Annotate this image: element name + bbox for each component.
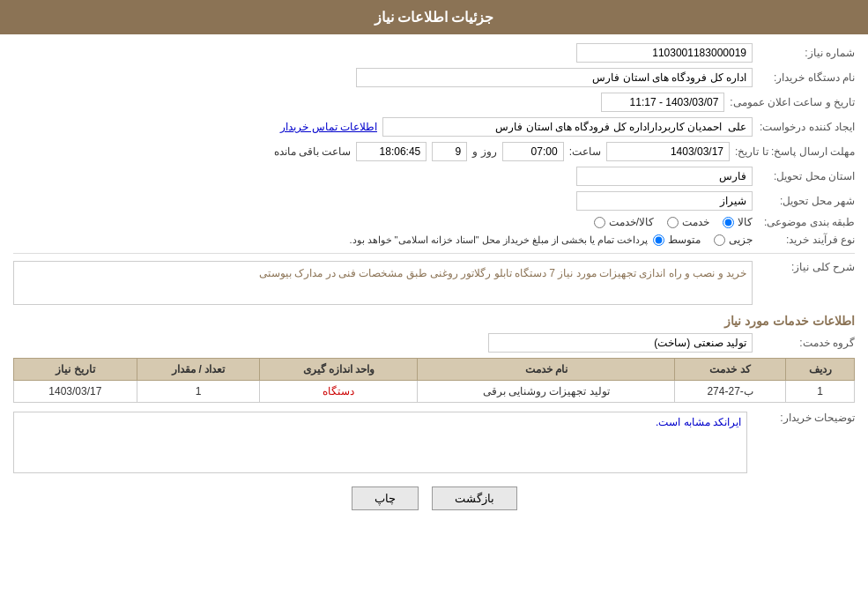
process-jozi-radio[interactable] [714,234,725,246]
announcement-input[interactable] [601,93,724,112]
deadline-remaining-input[interactable] [356,142,427,161]
footer-buttons: بازگشت چاپ [13,486,855,510]
deadline-row: مهلت ارسال پاسخ: تا تاریخ: ساعت: روز و س… [13,142,855,161]
deadline-days-input[interactable] [432,142,467,161]
deadline-label: مهلت ارسال پاسخ: تا تاریخ: [735,145,855,158]
subject-khedmat-radio[interactable] [667,217,679,228]
process-motavasset-item: متوسط [653,234,701,246]
subject-radio-group: کالا خدمت کالا/خدمت [594,216,753,228]
separator-1 [13,253,855,254]
subject-row: طبقه بندی موضوعی: کالا خدمت کالا/خدمت [13,216,855,228]
services-info-title: اطلاعات خدمات مورد نیاز [13,314,855,328]
subject-kala-item: کالا [723,216,753,228]
page-wrapper: جزئیات اطلاعات نیاز شماره نیاز: نام دستگ… [0,0,868,609]
process-radio-group: جزیی متوسط [653,234,753,246]
process-row: نوع فرآیند خرید: جزیی متوسط پرداخت تمام … [13,234,855,246]
process-label: نوع فرآیند خرید: [758,234,855,246]
deadline-time-label: ساعت: [569,145,601,158]
buyer-org-row: نام دستگاه خریدار: [13,68,855,87]
buyer-org-input[interactable] [356,68,753,87]
group-service-input[interactable] [488,333,753,353]
city-label: شهر محل تحویل: [758,195,855,207]
process-motavasset-radio[interactable] [653,234,664,246]
col-service-code: کد خدمت [675,359,786,381]
page-title: جزئیات اطلاعات نیاز [375,10,494,25]
announcement-row: تاریخ و ساعت اعلان عمومی: [13,93,855,112]
need-desc-label: شرح کلی نیاز: [758,261,855,273]
back-button[interactable]: بازگشت [432,486,517,510]
col-quantity: تعداد / مقدار [137,359,260,381]
subject-kala-label: کالا [738,216,753,228]
subject-khedmat-label: خدمت [682,216,709,228]
page-header: جزئیات اطلاعات نیاز [0,0,868,34]
col-rownum: ردیف [786,359,855,381]
subject-khedmat-item: خدمت [667,216,709,228]
buyer-desc-row: توضیحات خریدار: ایرانکد مشابه است. [13,412,855,473]
deadline-date-input[interactable] [606,142,730,161]
col-unit: واحد اندازه گیری [260,359,418,381]
announcement-label: تاریخ و ساعت اعلان عمومی: [730,96,855,108]
requester-row: ایجاد کننده درخواست: اطلاعات تماس خریدار [13,117,855,137]
province-row: استان محل تحویل: [13,167,855,186]
main-content: شماره نیاز: نام دستگاه خریدار: تاریخ و س… [0,34,868,532]
col-date: تاریخ نیاز [14,359,137,381]
buyer-desc-label: توضیحات خریدار: [758,412,855,424]
need-number-row: شماره نیاز: [13,43,855,63]
buyer-desc-box: ایرانکد مشابه است. [13,412,747,473]
need-desc-row: شرح کلی نیاز: خرید و نصب و راه اندازی تج… [13,261,855,305]
subject-kala-radio[interactable] [723,217,734,228]
process-motavasset-label: متوسط [668,234,701,246]
subject-kala-khedmat-item: کالا/خدمت [594,216,654,228]
group-service-label: گروه خدمت: [758,337,855,349]
print-button[interactable]: چاپ [352,486,419,510]
need-desc-box: خرید و نصب و راه اندازی تجهیزات مورد نیا… [13,261,753,305]
subject-label: طبقه بندی موضوعی: [758,216,855,228]
need-number-label: شماره نیاز: [758,47,855,59]
city-row: شهر محل تحویل: [13,191,855,211]
requester-input[interactable] [382,117,753,137]
group-service-row: گروه خدمت: [13,333,855,353]
table-row: 1ب-27-274تولید تجهیزات روشنایی برقیدستگا… [14,381,855,403]
deadline-days-label: روز و [472,145,496,158]
province-input[interactable] [576,167,753,186]
buyer-org-label: نام دستگاه خریدار: [758,71,855,84]
need-desc-value: خرید و نصب و راه اندازی تجهیزات مورد نیا… [259,267,746,279]
col-service-name: نام خدمت [418,359,675,381]
city-input[interactable] [576,191,753,211]
services-table-section: ردیف کد خدمت نام خدمت واحد اندازه گیری ت… [13,358,855,403]
process-note: پرداخت تمام یا بخشی از مبلغ خریداز محل "… [13,234,648,246]
subject-kala-khedmat-label: کالا/خدمت [609,216,654,228]
process-jozi-label: جزیی [729,234,753,246]
deadline-remaining-label: ساعت باقی مانده [274,145,352,158]
subject-kala-khedmat-radio[interactable] [594,217,605,228]
province-label: استان محل تحویل: [758,170,855,182]
buyer-desc-value: ایرانکد مشابه است. [656,416,741,428]
contact-link[interactable]: اطلاعات تماس خریدار [280,121,377,133]
need-number-input[interactable] [576,43,753,63]
deadline-time-input[interactable] [502,142,564,161]
requester-label: ایجاد کننده درخواست: [758,121,855,133]
services-table: ردیف کد خدمت نام خدمت واحد اندازه گیری ت… [13,358,855,403]
process-jozi-item: جزیی [714,234,753,246]
